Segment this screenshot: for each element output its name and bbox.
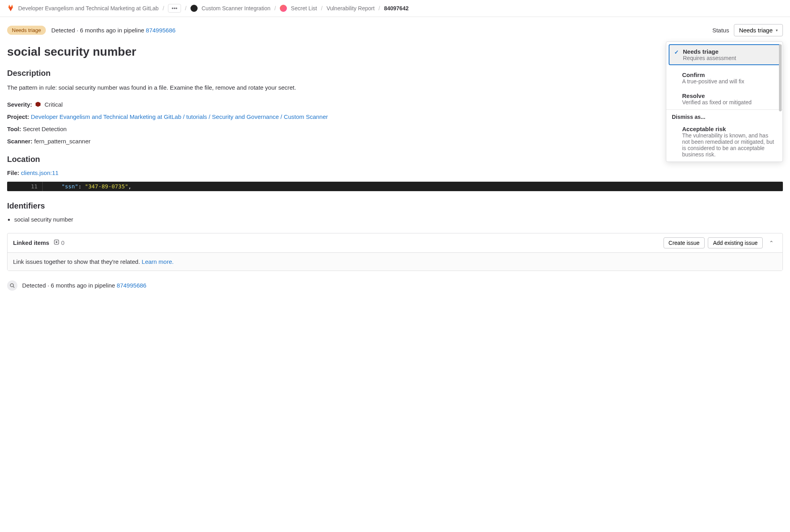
project-link[interactable]: Developer Evangelism and Technical Marke… [31,113,328,120]
svg-rect-1 [56,241,57,243]
breadcrumb-secret-list[interactable]: Secret List [291,5,317,11]
file-link[interactable]: clients.json:11 [21,169,58,176]
breadcrumb-sep: / [162,5,164,11]
svg-point-2 [10,284,13,287]
chevron-down-icon: ▾ [776,28,778,32]
detected-prefix: Detected · [51,27,80,34]
status-option-name: Confirm [682,71,777,78]
code-token-string: "347-89-0735" [85,183,128,190]
identifier-item: social security number [14,216,783,223]
status-option-sub: The vulnerability is known, and has not … [682,132,777,158]
breadcrumb-sep: / [185,5,187,11]
status-option-name: Needs triage [683,48,775,55]
project-label: Project: [7,113,29,120]
status-option-resolve[interactable]: Resolve Verified as fixed or mitigated [666,88,782,109]
footer-detected-prefix: Detected · [22,282,51,289]
identifiers-list: social security number [14,216,783,223]
detected-text: Detected · 6 months ago in pipeline 8749… [51,27,175,34]
create-issue-button[interactable]: Create issue [664,237,705,248]
detected-time: 6 months ago in pipeline [80,27,146,34]
status-option-sub: Verified as fixed or mitigated [682,99,777,105]
breadcrumb-root[interactable]: Developer Evangelism and Technical Marke… [18,5,158,11]
code-snippet: 11 "ssn": "347-89-0735", [7,182,783,191]
breadcrumb: Developer Evangelism and Technical Marke… [0,0,790,17]
code-token-punc: , [128,183,131,190]
code-token-punc: : [78,183,85,190]
status-dropdown-menu: Needs triage Requires assessment Confirm… [666,41,783,162]
file-label: File: [7,169,19,176]
add-existing-issue-button[interactable]: Add existing issue [708,237,763,248]
status-badge: Needs triage [7,26,46,35]
status-option-acceptable-risk[interactable]: Acceptable risk The vulnerability is kno… [666,122,782,162]
breadcrumb-id: 84097642 [384,5,409,11]
code-token-key: "ssn" [62,183,78,190]
breadcrumb-project[interactable]: Custom Scanner Integration [202,5,270,11]
code-line-number: 11 [7,182,43,191]
project-avatar-icon [190,5,198,12]
issue-icon [53,239,60,246]
status-dropdown-value: Needs triage [739,27,773,34]
footer-pipeline-link[interactable]: 874995686 [117,282,146,289]
chevron-up-icon: ⌃ [769,240,774,246]
identifiers-heading: Identifiers [7,201,783,211]
secret-list-avatar-icon [280,5,287,12]
status-option-sub: A true-positive and will fix [682,78,777,85]
breadcrumb-vulnerability-report[interactable]: Vulnerability Report [326,5,375,11]
detection-icon [7,280,17,291]
dismiss-header: Dismiss as... [666,110,782,122]
footer-detected-text: Detected · 6 months ago in pipeline 8749… [22,282,146,289]
footer-detected-time: 6 months ago in pipeline [51,282,117,289]
status-option-needs-triage[interactable]: Needs triage Requires assessment [669,44,780,65]
status-option-confirm[interactable]: Confirm A true-positive and will fix [666,68,782,88]
breadcrumb-ellipsis-button[interactable]: ••• [168,4,181,13]
gitlab-icon [7,4,14,13]
linked-empty-text: Link issues together to show that they'r… [13,258,142,265]
linked-items-title: Linked items [13,239,49,246]
status-dropdown-button[interactable]: Needs triage ▾ [734,24,783,36]
status-option-sub: Requires assessment [683,55,775,61]
status-option-name: Acceptable risk [682,126,777,132]
svg-line-3 [13,286,15,288]
severity-label: Severity: [7,101,32,108]
severity-critical-icon [36,102,41,107]
breadcrumb-sep: / [274,5,276,11]
breadcrumb-sep: / [321,5,322,11]
status-option-name: Resolve [682,92,777,99]
scanner-label: Scanner: [7,138,32,145]
tool-value: Secret Detection [23,126,67,132]
scanner-value: fern_pattern_scanner [34,138,91,145]
pipeline-link[interactable]: 874995686 [146,27,175,34]
learn-more-link[interactable]: Learn more. [142,258,174,265]
linked-items-count: 0 [61,239,64,246]
collapse-button[interactable]: ⌃ [766,238,777,248]
dropdown-scrollbar[interactable] [779,44,782,159]
severity-value: Critical [45,101,63,108]
code-content: "ssn": "347-89-0735", [43,182,137,191]
tool-label: Tool: [7,126,21,132]
linked-items-panel: Linked items 0 Create issue Add existing… [7,233,783,271]
breadcrumb-sep: / [379,5,380,11]
status-label: Status [712,27,729,34]
